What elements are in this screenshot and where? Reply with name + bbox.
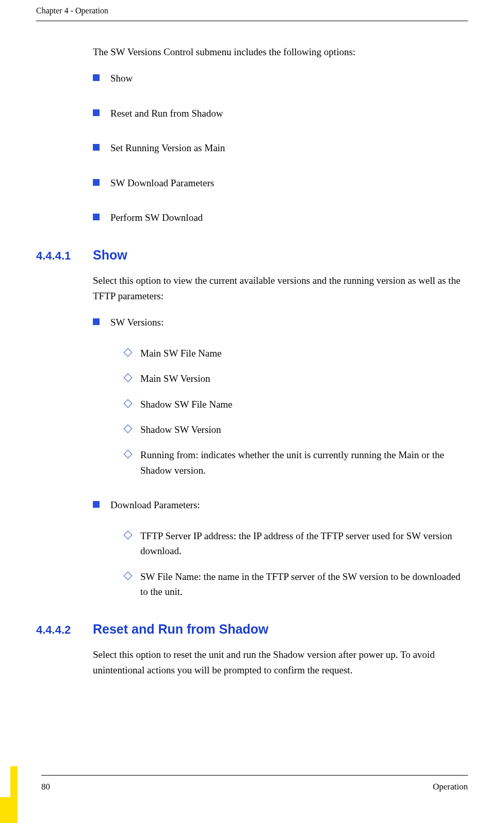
list-item: SW Download Parameters: [93, 175, 463, 190]
page-number: 80: [41, 782, 50, 792]
section-number: 4.4.4.2: [36, 621, 93, 639]
section-number: 4.4.4.1: [36, 247, 93, 265]
page: Chapter 4 - Operation The SW Versions Co…: [0, 0, 504, 823]
list-item: TFTP Server IP address: the IP address o…: [125, 528, 463, 559]
section-paragraph: Select this option to view the current a…: [93, 273, 463, 303]
body: The SW Versions Control submenu includes…: [93, 21, 463, 677]
list-item: Main SW Version: [125, 371, 463, 386]
list-item: Main SW File Name: [125, 346, 463, 361]
footer-rule: [41, 775, 468, 776]
intro-paragraph: The SW Versions Control submenu includes…: [93, 44, 463, 59]
svg-marker-0: [0, 766, 18, 823]
running-header: Chapter 4 - Operation: [36, 0, 468, 15]
options-list: Show Reset and Run from Shadow Set Runni…: [93, 71, 463, 225]
list-label: Download Parameters:: [110, 499, 200, 510]
footer-row: 80 Operation: [41, 782, 468, 792]
list-item: Reset and Run from Shadow: [93, 106, 463, 121]
section-title: Reset and Run from Shadow: [93, 619, 268, 639]
list-item: Download Parameters: TFTP Server IP addr…: [93, 497, 463, 599]
sw-versions-sublist: Main SW File Name Main SW Version Shadow…: [110, 346, 463, 478]
footer-section: Operation: [433, 782, 468, 792]
list-item: Perform SW Download: [93, 210, 463, 225]
list-item: Shadow SW File Name: [125, 397, 463, 412]
section-title: Show: [93, 245, 127, 265]
list-item: SW Versions: Main SW File Name Main SW V…: [93, 315, 463, 478]
list-item: Set Running Version as Main: [93, 140, 463, 155]
sw-versions-list: SW Versions: Main SW File Name Main SW V…: [93, 315, 463, 599]
corner-decoration: [0, 766, 18, 823]
footer: 80 Operation: [41, 775, 468, 792]
download-params-sublist: TFTP Server IP address: the IP address o…: [110, 528, 463, 600]
section-paragraph: Select this option to reset the unit and…: [93, 647, 463, 677]
list-item: Show: [93, 71, 463, 86]
section-heading-reset: 4.4.4.2 Reset and Run from Shadow: [36, 619, 463, 639]
list-item: SW File Name: the name in the TFTP serve…: [125, 569, 463, 600]
list-item: Running from: indicates whether the unit…: [125, 447, 463, 478]
list-item: Shadow SW Version: [125, 422, 463, 437]
section-heading-show: 4.4.4.1 Show: [36, 245, 463, 265]
list-label: SW Versions:: [110, 317, 164, 328]
